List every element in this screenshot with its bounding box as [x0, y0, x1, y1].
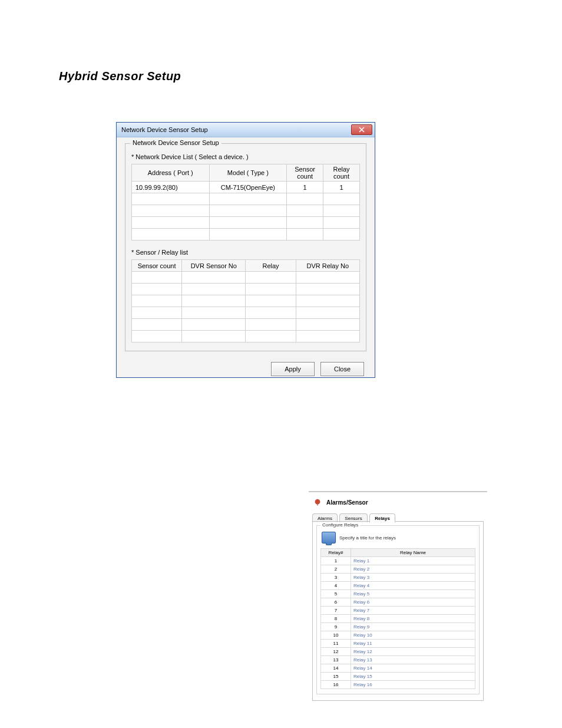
relay-name[interactable]: Relay 4 — [351, 582, 475, 590]
device-model: CM-715(OpenEye) — [209, 182, 287, 193]
relay-name[interactable]: Relay 8 — [351, 615, 475, 623]
hint-text: Specify a title for the relays — [339, 535, 396, 541]
relay-row[interactable]: 6Relay 6 — [321, 598, 475, 607]
col-dvr-relay-no: DVR Relay No — [296, 260, 359, 272]
relay-row[interactable]: 11Relay 11 — [321, 640, 475, 648]
tab-sensors[interactable]: Sensors — [339, 513, 367, 522]
sensor-row-empty — [132, 331, 360, 342]
device-row-empty — [132, 217, 360, 229]
monitor-icon — [322, 532, 336, 543]
relay-table[interactable]: Relay# Relay Name 1Relay 12Relay 23Relay… — [320, 548, 475, 689]
device-row-empty — [132, 193, 360, 205]
relay-name[interactable]: Relay 11 — [351, 640, 475, 648]
col-relay: Relay — [246, 260, 296, 272]
relay-num: 16 — [321, 681, 351, 689]
col-sensor-count: Sensor count — [287, 164, 323, 182]
dialog-titlebar: Network Device Sensor Setup — [117, 123, 375, 137]
col-relay-num: Relay# — [321, 549, 351, 557]
sensor-row-empty — [132, 307, 360, 319]
relay-name[interactable]: Relay 9 — [351, 623, 475, 631]
relay-name[interactable]: Relay 2 — [351, 565, 475, 574]
sensor-relay-list-label: * Sensor / Relay list — [131, 249, 360, 256]
network-device-sensor-setup-group: Network Device Sensor Setup * Network De… — [125, 143, 366, 351]
alarms-sensor-panel: Alarms/Sensor Alarms Sensors Relays Conf… — [309, 491, 487, 704]
device-row-empty — [132, 229, 360, 241]
tab-row: Alarms Sensors Relays — [312, 511, 484, 522]
relay-name[interactable]: Relay 3 — [351, 574, 475, 582]
relay-row[interactable]: 12Relay 12 — [321, 648, 475, 656]
relay-num: 12 — [321, 648, 351, 656]
relays-tab-body: Configure Relays Specify a title for the… — [312, 522, 484, 701]
relay-row[interactable]: 1Relay 1 — [321, 557, 475, 565]
relay-row[interactable]: 8Relay 8 — [321, 615, 475, 623]
relay-num: 4 — [321, 582, 351, 590]
tab-alarms[interactable]: Alarms — [312, 513, 338, 522]
group-legend: Network Device Sensor Setup — [130, 139, 222, 146]
relay-name[interactable]: Relay 7 — [351, 607, 475, 615]
sensor-relay-table[interactable]: Sensor count DVR Sensor No Relay DVR Rel… — [131, 259, 360, 342]
relay-num: 2 — [321, 565, 351, 574]
dialog-title: Network Device Sensor Setup — [121, 126, 208, 133]
device-row[interactable]: 10.99.99.2(80) CM-715(OpenEye) 1 1 — [132, 182, 360, 193]
sensor-row-empty — [132, 319, 360, 331]
relay-name[interactable]: Relay 1 — [351, 557, 475, 565]
relay-name[interactable]: Relay 5 — [351, 590, 475, 598]
apply-button[interactable]: Apply — [271, 362, 315, 376]
col-model: Model ( Type ) — [209, 164, 287, 182]
relay-num: 7 — [321, 607, 351, 615]
svg-point-0 — [315, 499, 320, 505]
page-title: Hybrid Sensor Setup — [59, 70, 181, 83]
relay-header-row: Relay# Relay Name — [321, 549, 475, 557]
relay-num: 6 — [321, 598, 351, 607]
relay-row[interactable]: 13Relay 13 — [321, 656, 475, 664]
relay-name[interactable]: Relay 10 — [351, 631, 475, 640]
close-button[interactable]: Close — [320, 362, 364, 376]
col-dvr-sensor-no: DVR Sensor No — [182, 260, 246, 272]
device-row-empty — [132, 205, 360, 217]
relay-name[interactable]: Relay 16 — [351, 681, 475, 689]
relay-row[interactable]: 16Relay 16 — [321, 681, 475, 689]
sensor-row-empty — [132, 272, 360, 284]
sensor-row-empty — [132, 295, 360, 307]
configure-relays-group: Configure Relays Specify a title for the… — [316, 525, 480, 694]
relay-name[interactable]: Relay 13 — [351, 656, 475, 664]
relay-num: 10 — [321, 631, 351, 640]
device-list-table[interactable]: Address ( Port ) Model ( Type ) Sensor c… — [131, 164, 360, 241]
relay-row[interactable]: 2Relay 2 — [321, 565, 475, 574]
relay-row[interactable]: 5Relay 5 — [321, 590, 475, 598]
relay-num: 8 — [321, 615, 351, 623]
relay-row[interactable]: 3Relay 3 — [321, 574, 475, 582]
device-list-label: * Network Device List ( Select a device.… — [131, 153, 360, 160]
alarms-sensor-header: Alarms/Sensor — [309, 492, 487, 511]
device-address: 10.99.99.2(80) — [132, 182, 210, 193]
bell-icon — [313, 498, 322, 506]
col-relay-name: Relay Name — [351, 549, 475, 557]
relay-num: 9 — [321, 623, 351, 631]
close-window-button[interactable] — [351, 124, 372, 135]
tab-relays[interactable]: Relays — [369, 513, 395, 523]
relay-row[interactable]: 7Relay 7 — [321, 607, 475, 615]
relay-row[interactable]: 15Relay 15 — [321, 673, 475, 681]
device-table-header-row: Address ( Port ) Model ( Type ) Sensor c… — [132, 164, 360, 182]
relay-num: 15 — [321, 673, 351, 681]
col-address: Address ( Port ) — [132, 164, 210, 182]
relay-num: 13 — [321, 656, 351, 664]
relay-num: 1 — [321, 557, 351, 565]
relay-num: 14 — [321, 664, 351, 673]
relay-row[interactable]: 14Relay 14 — [321, 664, 475, 673]
configure-relays-legend: Configure Relays — [320, 522, 360, 528]
svg-rect-1 — [317, 505, 318, 506]
relay-name[interactable]: Relay 15 — [351, 673, 475, 681]
relay-row[interactable]: 10Relay 10 — [321, 631, 475, 640]
relay-name[interactable]: Relay 6 — [351, 598, 475, 607]
relay-num: 11 — [321, 640, 351, 648]
relay-row[interactable]: 4Relay 4 — [321, 582, 475, 590]
device-sensor-count: 1 — [287, 182, 323, 193]
device-relay-count: 1 — [323, 182, 360, 193]
relay-row[interactable]: 9Relay 9 — [321, 623, 475, 631]
relay-name[interactable]: Relay 14 — [351, 664, 475, 673]
network-device-sensor-setup-dialog: Network Device Sensor Setup Network Devi… — [116, 122, 375, 378]
relay-num: 3 — [321, 574, 351, 582]
relay-name[interactable]: Relay 12 — [351, 648, 475, 656]
relay-num: 5 — [321, 590, 351, 598]
